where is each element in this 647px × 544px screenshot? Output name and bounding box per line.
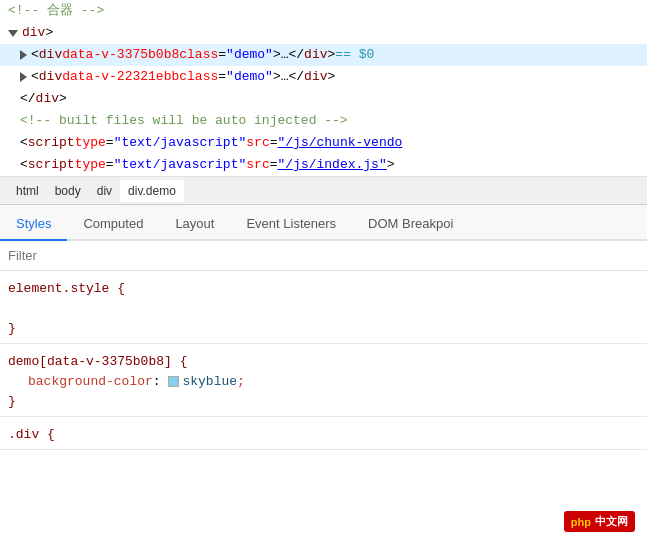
code-gt-close: > [59, 89, 67, 109]
code-tag-div2: div [39, 67, 62, 87]
code-attr-val2: "demo" [226, 67, 273, 87]
filter-bar [0, 241, 647, 271]
css-selector-demo: demo[data-v-3375b0b8] { [8, 352, 639, 372]
code-src-link2[interactable]: "/js/index.js" [278, 155, 387, 175]
devtools-panel: <!-- 合器 --> div> <div data-v-3375b0b8 cl… [0, 0, 647, 544]
tab-event-listeners[interactable]: Event Listeners [230, 208, 352, 241]
code-eq-src2: = [270, 155, 278, 175]
filter-input[interactable] [8, 248, 208, 263]
css-colon: : [153, 374, 169, 389]
code-comment-2: <!-- built files will be auto injected -… [20, 111, 348, 131]
css-semicolon: ; [237, 374, 245, 389]
code-line-div-demo2[interactable]: <div data-v-22321ebb class="demo" >…</di… [0, 66, 647, 88]
css-selector-div: .div { [8, 425, 639, 445]
css-panel: element.style { } demo[data-v-3375b0b8] … [0, 271, 647, 450]
code-line-div-close: </div> [0, 88, 647, 110]
code-gt: > [45, 23, 53, 43]
code-line-script2: <script type="text/javascript" src="/js/… [0, 154, 647, 176]
tabs-bar: Styles Computed Layout Event Listeners D… [0, 205, 647, 241]
css-selector-element: element.style { [8, 279, 639, 299]
code-attr-typeval1: "text/javascript" [114, 133, 247, 153]
code-eq1: = [218, 45, 226, 65]
code-attr-typeval2: "text/javascript" [114, 155, 247, 175]
code-attr-class2: class [179, 67, 218, 87]
breadcrumb-body[interactable]: body [47, 180, 89, 202]
triangle-right-icon-2 [20, 72, 27, 82]
php-badge: php 中文网 [564, 511, 635, 532]
php-text: php [571, 516, 591, 528]
code-tag-script1: script [28, 133, 75, 153]
breadcrumb-bar: html body div div.demo [0, 177, 647, 205]
breadcrumb-html[interactable]: html [8, 180, 47, 202]
tab-computed[interactable]: Computed [67, 208, 159, 241]
code-lt-2: < [31, 67, 39, 87]
css-prop-name: background-color [28, 374, 153, 389]
code-line-div-demo1[interactable]: <div data-v-3375b0b8 class="demo" >…</di… [0, 44, 647, 66]
code-close-tag2: div [304, 67, 327, 87]
code-panel: <!-- 合器 --> div> <div data-v-3375b0b8 cl… [0, 0, 647, 177]
css-close-brace-demo: } [8, 392, 639, 412]
tab-layout[interactable]: Layout [159, 208, 230, 241]
code-gt-script2: > [387, 155, 395, 175]
code-dollar-eq: == $0 [335, 45, 374, 65]
code-ellipsis1: >…</ [273, 45, 304, 65]
css-empty-line [8, 299, 639, 319]
code-line-comment1: <!-- 合器 --> [0, 0, 647, 22]
code-close-div: </ [20, 89, 36, 109]
code-attr-src2: src [246, 155, 269, 175]
code-eq-src1: = [270, 133, 278, 153]
code-ellipsis2: >…</ [273, 67, 304, 87]
css-block-demo-rule: demo[data-v-3375b0b8] { background-color… [0, 344, 647, 417]
code-tag-script2: script [28, 155, 75, 175]
css-block-element-style: element.style { } [0, 271, 647, 344]
code-line-script1: <script type="text/javascript" src="/js/… [0, 132, 647, 154]
code-line-comment2: <!-- built files will be auto injected -… [0, 110, 647, 132]
code-eq2: = [218, 67, 226, 87]
code-attr-datav1: data-v-3375b0b8 [62, 45, 179, 65]
code-attr-datav2: data-v-22321ebb [62, 67, 179, 87]
code-div-open-tag: div [22, 23, 45, 43]
code-lt-script1: < [20, 133, 28, 153]
code-eq-type1: = [106, 133, 114, 153]
code-attr-type1: type [75, 133, 106, 153]
tab-dom-breakpoints[interactable]: DOM Breakpoi [352, 208, 469, 241]
code-tag-div1: div [39, 45, 62, 65]
code-eq-type2: = [106, 155, 114, 175]
css-block-div-rule: .div { [0, 417, 647, 450]
code-comment-1: <!-- 合器 --> [8, 1, 104, 21]
code-gt1: > [328, 45, 336, 65]
code-gt2: > [328, 67, 336, 87]
code-attr-val1: "demo" [226, 45, 273, 65]
code-lt-script2: < [20, 155, 28, 175]
code-close-tag1: div [304, 45, 327, 65]
tab-styles[interactable]: Styles [0, 208, 67, 241]
code-attr-class1: class [179, 45, 218, 65]
code-lt-1: < [31, 45, 39, 65]
color-swatch-skyblue[interactable] [168, 376, 179, 387]
css-prop-value: skyblue [182, 374, 237, 389]
css-property-bg: background-color: skyblue; [8, 372, 639, 392]
triangle-right-icon-1 [20, 50, 27, 60]
code-line-div-open[interactable]: div> [0, 22, 647, 44]
code-src-link1[interactable]: "/js/chunk-vendo [278, 133, 403, 153]
code-tag-div-close: div [36, 89, 59, 109]
code-attr-src1: src [246, 133, 269, 153]
breadcrumb-div[interactable]: div [89, 180, 120, 202]
code-attr-type2: type [75, 155, 106, 175]
breadcrumb-divdemo[interactable]: div.demo [120, 180, 184, 202]
cn-text: 中文网 [595, 514, 628, 529]
css-close-brace-element: } [8, 319, 639, 339]
triangle-down-icon [8, 30, 18, 37]
